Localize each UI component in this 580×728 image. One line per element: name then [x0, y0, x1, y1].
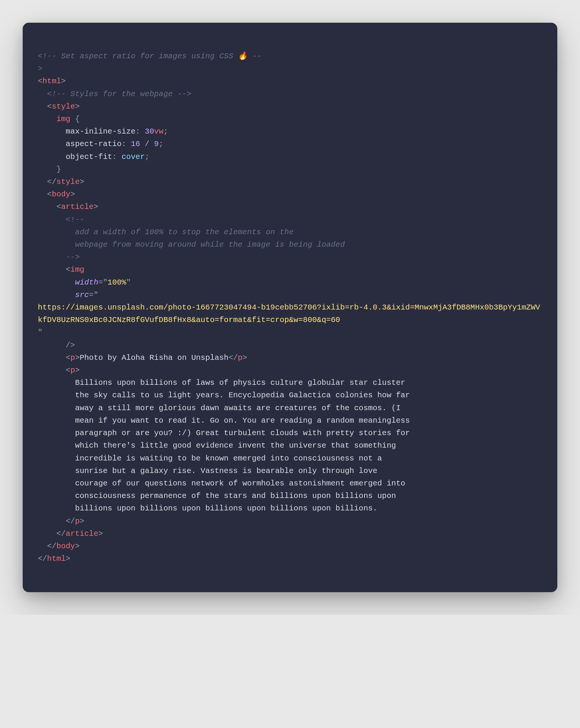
para-line: courage of our questions network of worm…: [75, 479, 405, 488]
comment-top-close: >: [38, 64, 42, 73]
tag-p-open-2: p: [70, 366, 75, 375]
attr-src: src: [75, 291, 89, 299]
val-width: 100%: [108, 278, 126, 287]
url-value: https://images.unsplash.com/photo-166772…: [38, 303, 540, 324]
tag-article-close: article: [66, 529, 98, 538]
prop-max-inline-size: max-inline-size: [66, 127, 136, 136]
comment-img-close: -->: [66, 253, 80, 261]
code-block: <!-- Set aspect ratio for images using C…: [38, 50, 542, 565]
comment-styles: <!-- Styles for the webpage -->: [47, 90, 191, 98]
tag-img: img: [70, 265, 84, 274]
tag-html-open: html: [42, 77, 61, 86]
para-line: away a still more glorious dawn awaits a…: [75, 404, 400, 412]
tag-body-open: body: [52, 190, 70, 199]
prop-aspect-ratio: aspect-ratio: [66, 140, 122, 148]
tag-style-open: style: [52, 102, 75, 111]
comment-img-open: <!--: [66, 215, 84, 224]
para-line: Billions upon billions of laws of physic…: [75, 378, 405, 387]
para-line: sunrise but a galaxy rise. Vastness is b…: [75, 467, 377, 475]
prop-object-fit: object-fit: [66, 152, 112, 161]
comment-img-l2: add a width of 100% to stop the elements…: [75, 228, 293, 236]
tag-p-close-2: p: [75, 517, 79, 526]
tag-p-open-1: p: [70, 353, 75, 362]
para-line: mean if you want to read it. Go on. You …: [75, 416, 410, 425]
para-line: consciousness permanence of the stars an…: [75, 492, 396, 500]
tag-html-close: html: [47, 554, 66, 563]
para-line: paragraph or are you? :/) Great turbulen…: [75, 429, 410, 437]
para-line: the sky calls to us light years. Encyclo…: [75, 391, 410, 400]
attr-width: width: [75, 278, 98, 287]
para-line: incredible is waiting to be known emerge…: [75, 454, 382, 463]
comment-img-l3: webpage from moving around while the ima…: [75, 240, 345, 249]
code-card: <!-- Set aspect ratio for images using C…: [23, 23, 557, 592]
tag-article-open: article: [61, 202, 94, 211]
tag-body-close: body: [56, 542, 75, 551]
comment-top: <!-- Set aspect ratio for images using C…: [38, 52, 262, 61]
para-line: which there's little good evidence inven…: [75, 441, 396, 450]
tag-style-close: style: [56, 177, 80, 186]
selector-img: img: [56, 115, 70, 123]
para-line: billions upon billions upon billions upo…: [75, 504, 377, 513]
caption-text: Photo by Aloha Risha on Unsplash: [80, 353, 229, 362]
